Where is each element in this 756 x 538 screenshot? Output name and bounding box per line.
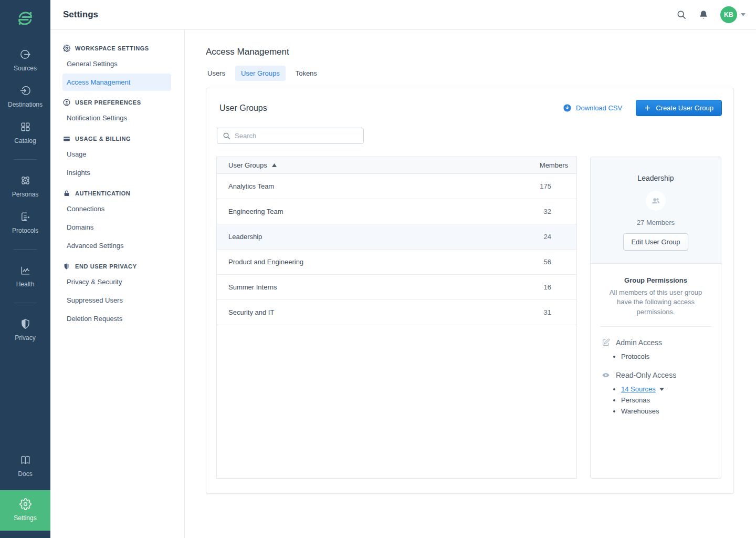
section-label: WORKSPACE SETTINGS [75,45,149,51]
table-row[interactable]: Summer Interns 16 [217,275,576,300]
catalog-icon [19,121,32,133]
nav-item-notification-settings[interactable]: Notification Settings [50,109,184,127]
table-row[interactable]: Security and IT 31 [217,300,576,325]
destinations-icon [19,85,32,97]
search-input[interactable] [235,132,358,140]
panel-summary: Leadership 27 Members Edit User Group [591,157,721,264]
read-only-access-section: Read-Only Access 14 Sources [599,371,712,417]
table-row-selected[interactable]: Leadership 24 [217,224,576,250]
group-detail-panel: Leadership 27 Members Edit User Group Gr… [590,157,721,479]
rail-item-protocols[interactable]: Protocols [0,211,50,234]
rail-item-privacy[interactable]: Privacy [0,318,50,342]
nav-item-advanced-settings[interactable]: Advanced Settings [50,236,184,255]
rail-item-destinations[interactable]: Destinations [0,85,50,108]
admin-access-section: Admin Access Protocols [599,338,712,362]
nav-item-suppressed-users[interactable]: Suppressed Users [50,291,184,309]
create-user-group-button[interactable]: Create User Group [636,100,722,116]
column-header-members[interactable]: Members [520,161,568,169]
section-header: AUTHENTICATION [50,190,184,197]
permission-item-sources: 14 Sources [621,384,712,395]
read-only-access-header: Read-Only Access [599,371,712,379]
card-body: User Groups Members Analytics Team 175 E… [206,157,733,479]
search-row [206,127,733,157]
segment-logo[interactable] [15,8,35,28]
table-row[interactable]: Product and Engineering 56 [217,250,576,275]
user-groups-card: User Groups Download CSV Create User Gro… [206,88,734,494]
chevron-down-icon [741,13,746,16]
topbar-title: Settings [63,9,98,20]
rail-item-settings[interactable]: Settings [0,490,50,531]
column-header-user-groups[interactable]: User Groups [228,161,520,169]
rail-item-label: Destinations [8,101,43,108]
tab-tokens[interactable]: Tokens [290,66,323,81]
search-icon[interactable] [676,9,687,20]
permission-item: Warehouses [621,406,712,417]
nav-section-authentication: AUTHENTICATION Connections Domains Advan… [50,190,184,255]
group-permissions: Group Permissions All members of this us… [591,264,721,417]
app-rail: Sources Destinations Catalog Personas Pr… [0,0,50,538]
user-menu[interactable]: KB [720,6,746,23]
download-csv-button[interactable]: Download CSV [563,104,622,112]
sources-icon [19,48,32,60]
rail-item-catalog[interactable]: Catalog [0,121,50,144]
card-header: User Groups Download CSV Create User Gro… [206,88,733,127]
permission-item: Protocols [621,351,712,362]
download-icon [563,104,572,112]
rail-item-health[interactable]: Health [0,264,50,288]
tabs: Users User Groups Tokens [202,66,756,81]
permissions-title: Group Permissions [599,276,712,284]
permission-item: Personas [621,395,712,406]
rail-item-docs[interactable]: Docs [0,454,50,478]
eye-icon [602,371,610,379]
rail-item-sources[interactable]: Sources [0,48,50,72]
credit-card-icon [63,135,70,142]
nav-item-usage[interactable]: Usage [50,145,184,163]
lock-icon [63,190,70,197]
tab-users[interactable]: Users [202,66,231,81]
rail-item-label: Protocols [12,227,38,234]
edit-user-group-button[interactable]: Edit User Group [623,233,688,251]
section-header: USER PREFERENCES [50,99,184,106]
nav-item-general-settings[interactable]: General Settings [50,55,184,73]
card-title: User Groups [219,104,267,113]
nav-section-end-user-privacy: END USER PRIVACY Privacy & Security Supp… [50,263,184,328]
docs-icon [19,454,32,466]
plus-icon [644,105,651,111]
admin-access-label: Admin Access [616,338,662,347]
admin-access-header: Admin Access [599,338,712,347]
content-row: WORKSPACE SETTINGS General Settings Acce… [50,30,756,538]
section-label: END USER PRIVACY [75,263,137,270]
tab-user-groups[interactable]: User Groups [235,66,286,81]
rail-divider [14,159,37,160]
permissions-description: All members of this user group have the … [601,288,710,317]
rail-item-label: Settings [14,514,36,522]
download-csv-label: Download CSV [576,104,622,112]
protocols-icon [19,211,32,223]
table-row[interactable]: Engineering Team 32 [217,199,576,224]
nav-item-access-management[interactable]: Access Management [62,74,171,91]
card-actions: Download CSV Create User Group [563,100,722,116]
topbar-actions: KB [676,6,746,23]
nav-item-deletion-requests[interactable]: Deletion Requests [50,309,184,328]
read-only-access-list: 14 Sources Personas Warehouses [599,384,712,417]
privacy-icon [19,318,32,330]
nav-item-privacy-security[interactable]: Privacy & Security [50,273,184,291]
sources-link[interactable]: 14 Sources [621,384,656,395]
bell-icon[interactable] [698,9,709,20]
personas-icon [19,174,32,187]
search-box[interactable] [217,128,364,144]
chevron-down-icon[interactable] [659,388,664,391]
nav-item-insights[interactable]: Insights [50,163,184,182]
table-row[interactable]: Analytics Team 175 [217,174,576,199]
rail-item-label: Docs [18,470,32,478]
settings-sidebar: WORKSPACE SETTINGS General Settings Acce… [50,30,185,538]
nav-section-usage-billing: USAGE & BILLING Usage Insights [50,135,184,182]
user-icon [63,99,70,106]
health-icon [19,264,32,276]
avatar[interactable]: KB [720,6,737,23]
section-label: USER PREFERENCES [75,99,141,106]
nav-item-domains[interactable]: Domains [50,218,184,236]
rail-item-personas[interactable]: Personas [0,174,50,198]
nav-item-connections[interactable]: Connections [50,200,184,218]
shield-icon [63,263,70,270]
